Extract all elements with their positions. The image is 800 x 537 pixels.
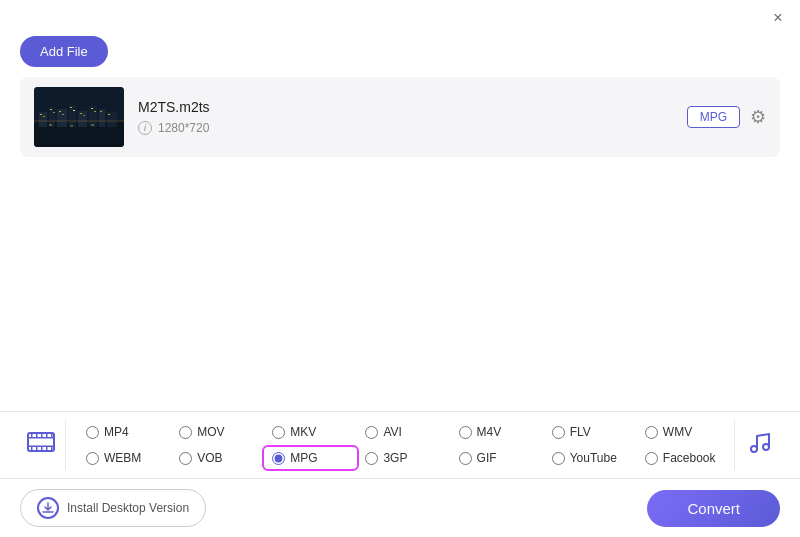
svg-rect-29 [28,437,54,439]
svg-rect-22 [100,111,102,112]
file-name: M2TS.m2ts [138,99,673,115]
format-radio-mpg[interactable] [272,452,285,465]
svg-rect-38 [41,447,43,451]
format-flv[interactable]: FLV [544,421,637,443]
svg-point-41 [751,446,757,452]
format-radio-mov[interactable] [179,426,192,439]
format-radio-flv[interactable] [552,426,565,439]
file-actions: MPG ⚙ [687,106,766,128]
svg-point-42 [763,444,769,450]
file-list: M2TS.m2ts i 1280*720 MPG ⚙ [0,77,800,157]
format-radio-gif[interactable] [459,452,472,465]
format-label-webm: WEBM [104,451,141,465]
format-label-flv: FLV [570,425,591,439]
settings-icon[interactable]: ⚙ [750,106,766,128]
format-radio-facebook[interactable] [645,452,658,465]
svg-rect-26 [91,124,94,126]
format-label-vob: VOB [197,451,222,465]
format-facebook[interactable]: Facebook [637,447,730,469]
add-file-button[interactable]: Add File [20,36,108,67]
format-radio-vob[interactable] [179,452,192,465]
title-bar: × [0,0,800,36]
svg-rect-15 [62,114,64,115]
format-webm[interactable]: WEBM [78,447,171,469]
format-radio-mkv[interactable] [272,426,285,439]
svg-rect-35 [51,433,53,437]
format-mpg[interactable]: MPG [264,447,357,469]
svg-rect-6 [78,111,87,127]
format-label-gif: GIF [477,451,497,465]
svg-rect-40 [51,447,53,451]
format-radio-youtube[interactable] [552,452,565,465]
format-label-3gp: 3GP [383,451,407,465]
svg-rect-21 [94,111,96,112]
format-radio-avi[interactable] [365,426,378,439]
close-button[interactable]: × [768,8,788,28]
install-label: Install Desktop Version [67,501,189,515]
svg-rect-10 [40,114,42,115]
header: Add File [0,36,800,77]
format-radio-webm[interactable] [86,452,99,465]
svg-rect-19 [83,115,85,116]
format-3gp[interactable]: 3GP [357,447,450,469]
format-mp4[interactable]: MP4 [78,421,171,443]
format-gif[interactable]: GIF [451,447,544,469]
svg-rect-12 [50,109,52,110]
format-label-youtube: YouTube [570,451,617,465]
svg-rect-11 [43,116,45,117]
format-label-avi: AVI [383,425,401,439]
format-youtube[interactable]: YouTube [544,447,637,469]
format-label-mov: MOV [197,425,224,439]
format-label-mpg: MPG [290,451,317,465]
bottom-section: MP4 MOV MKV AVI M4V FLV [0,411,800,537]
svg-rect-30 [28,446,54,448]
download-icon [37,497,59,519]
file-item: M2TS.m2ts i 1280*720 MPG ⚙ [20,77,780,157]
format-label-mp4: MP4 [104,425,129,439]
film-icon-area [16,420,66,470]
music-icon-area[interactable] [734,420,784,470]
content-area [0,157,800,377]
format-bar: MP4 MOV MKV AVI M4V FLV [0,412,800,479]
svg-rect-14 [59,111,61,112]
action-bar: Install Desktop Version Convert [0,479,800,537]
svg-rect-36 [31,447,33,451]
svg-rect-39 [46,447,48,451]
info-icon: i [138,121,152,135]
file-meta: i 1280*720 [138,121,673,135]
svg-rect-5 [69,105,76,127]
format-label-facebook: Facebook [663,451,716,465]
svg-rect-33 [41,433,43,437]
convert-button[interactable]: Convert [647,490,780,527]
svg-rect-17 [73,110,75,111]
svg-rect-37 [36,447,38,451]
format-m4v[interactable]: M4V [451,421,544,443]
format-radio-3gp[interactable] [365,452,378,465]
film-icon [27,428,55,462]
format-label-m4v: M4V [477,425,502,439]
install-button[interactable]: Install Desktop Version [20,489,206,527]
svg-rect-16 [70,107,72,108]
format-radio-mp4[interactable] [86,426,99,439]
svg-rect-34 [46,433,48,437]
svg-rect-7 [89,106,97,127]
format-label-mkv: MKV [290,425,316,439]
file-resolution: 1280*720 [158,121,209,135]
format-badge[interactable]: MPG [687,106,740,128]
file-info: M2TS.m2ts i 1280*720 [138,99,673,135]
format-wmv[interactable]: WMV [637,421,730,443]
svg-rect-4 [57,109,67,127]
svg-rect-32 [36,433,38,437]
file-thumbnail [34,87,124,147]
format-radio-wmv[interactable] [645,426,658,439]
svg-rect-23 [108,114,110,115]
format-mkv[interactable]: MKV [264,421,357,443]
svg-rect-18 [80,113,82,114]
format-mov[interactable]: MOV [171,421,264,443]
format-avi[interactable]: AVI [357,421,450,443]
svg-rect-31 [31,433,33,437]
format-vob[interactable]: VOB [171,447,264,469]
formats-grid: MP4 MOV MKV AVI M4V FLV [78,421,730,469]
format-radio-m4v[interactable] [459,426,472,439]
format-label-wmv: WMV [663,425,692,439]
